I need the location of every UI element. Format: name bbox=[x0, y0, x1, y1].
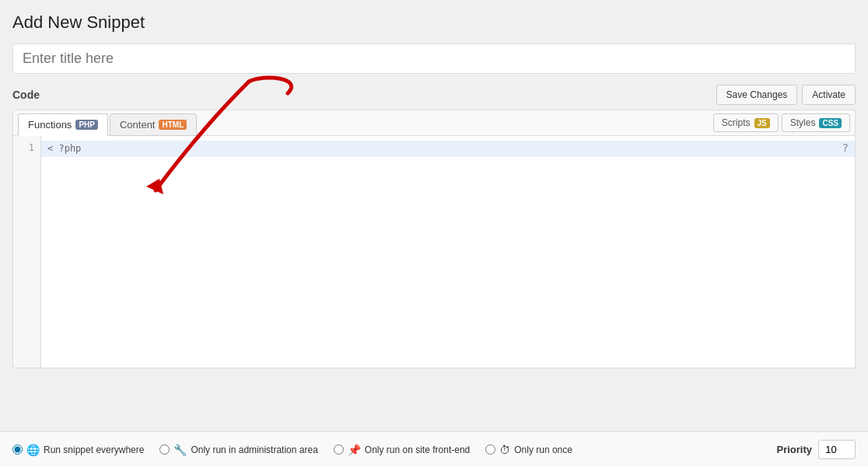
line-numbers: 1 bbox=[13, 136, 41, 368]
css-badge: CSS bbox=[819, 118, 842, 128]
code-editor[interactable]: 1 ? < ?php bbox=[12, 135, 856, 368]
styles-tab-label: Styles bbox=[790, 117, 816, 128]
priority-section: Priority bbox=[776, 440, 856, 459]
save-changes-button[interactable]: Save Changes bbox=[716, 85, 798, 105]
tab-content[interactable]: Content HTML bbox=[110, 113, 197, 136]
header-buttons: Save Changes Activate bbox=[716, 85, 856, 105]
globe-icon: 🌐 bbox=[26, 444, 40, 456]
snippet-title-input[interactable] bbox=[12, 44, 856, 74]
radio-run-everywhere-input[interactable] bbox=[12, 444, 23, 455]
priority-label: Priority bbox=[776, 444, 812, 455]
priority-input[interactable] bbox=[818, 440, 856, 459]
radio-run-admin-label: Only run in administration area bbox=[191, 444, 317, 455]
tab-scripts[interactable]: Scripts JS bbox=[713, 113, 779, 132]
pin-icon: 📌 bbox=[348, 444, 361, 456]
wrench-icon: 🔧 bbox=[173, 444, 187, 456]
scripts-tab-label: Scripts bbox=[722, 117, 751, 128]
php-badge: PHP bbox=[75, 120, 98, 130]
radio-run-admin[interactable]: 🔧 Only run in administration area bbox=[159, 444, 317, 456]
radio-run-frontend[interactable]: 📌 Only run on site front-end bbox=[334, 444, 470, 456]
code-content[interactable]: ? < ?php bbox=[41, 136, 855, 368]
radio-run-once-label: Only run once bbox=[514, 444, 572, 455]
js-badge: JS bbox=[754, 118, 770, 128]
code-opening-tag: < ?php bbox=[41, 141, 855, 157]
tab-styles[interactable]: Styles CSS bbox=[782, 113, 850, 132]
radio-run-once[interactable]: ⏱ Only run once bbox=[485, 444, 572, 456]
tab-left-group: Functions PHP Content HTML bbox=[18, 113, 197, 135]
radio-run-frontend-input[interactable] bbox=[334, 444, 344, 455]
radio-run-everywhere-label: Run snippet everywhere bbox=[44, 444, 144, 455]
clock-icon: ⏱ bbox=[499, 444, 510, 456]
tabs-bar: Functions PHP Content HTML Scripts JS St… bbox=[12, 110, 856, 135]
help-icon[interactable]: ? bbox=[842, 139, 849, 156]
code-label: Code bbox=[12, 89, 40, 101]
page-title: Add New Snippet bbox=[12, 12, 856, 33]
radio-run-once-input[interactable] bbox=[485, 444, 495, 455]
line-number-1: 1 bbox=[19, 141, 34, 155]
radio-run-frontend-label: Only run on site front-end bbox=[365, 444, 470, 455]
activate-button[interactable]: Activate bbox=[802, 85, 856, 105]
html-badge: HTML bbox=[159, 120, 187, 130]
tab-functions[interactable]: Functions PHP bbox=[18, 113, 108, 136]
content-tab-label: Content bbox=[120, 119, 156, 131]
bottom-bar: 🌐 Run snippet everywhere 🔧 Only run in a… bbox=[0, 431, 868, 467]
radio-run-everywhere[interactable]: 🌐 Run snippet everywhere bbox=[12, 444, 144, 456]
tab-right-group: Scripts JS Styles CSS bbox=[713, 113, 850, 135]
radio-run-admin-input[interactable] bbox=[159, 444, 170, 455]
functions-tab-label: Functions bbox=[28, 119, 72, 131]
